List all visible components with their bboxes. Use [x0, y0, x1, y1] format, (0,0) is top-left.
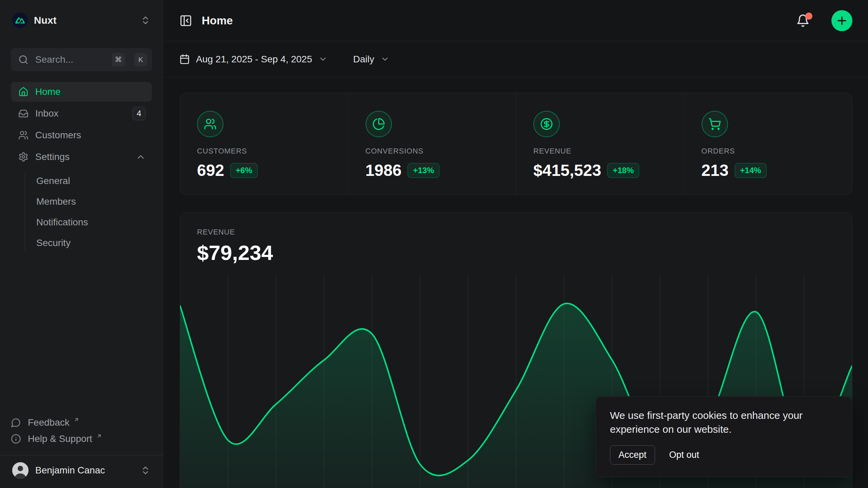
stat-customers: CUSTOMERS 692 +6% — [180, 93, 348, 195]
stat-value: 692 — [197, 161, 224, 180]
stat-orders: ORDERS 213 +14% — [684, 93, 852, 195]
page-header: Home — [163, 0, 868, 41]
add-button[interactable] — [831, 10, 852, 31]
sidebar-item-label: Home — [35, 86, 146, 97]
sidebar-item-settings[interactable]: Settings — [11, 147, 152, 167]
chevron-down-icon — [380, 55, 390, 64]
search-icon — [18, 55, 28, 65]
stat-conversions: CONVERSIONS 1986 +13% — [348, 93, 516, 195]
sidebar-subitem-members[interactable]: Members — [36, 192, 152, 211]
chevrons-up-down-icon — [140, 465, 151, 475]
plus-icon — [836, 15, 848, 27]
message-circle-icon — [11, 418, 21, 428]
gear-icon — [18, 152, 28, 162]
filter-toolbar: Aug 21, 2025 - Sep 4, 2025 Daily — [163, 41, 868, 77]
stat-delta-badge: +6% — [230, 163, 258, 178]
date-range-picker[interactable]: Aug 21, 2025 - Sep 4, 2025 — [179, 54, 328, 65]
granularity-value: Daily — [353, 54, 374, 65]
stat-label: CONVERSIONS — [366, 147, 516, 156]
notifications-button[interactable] — [796, 13, 811, 28]
search-bar[interactable]: ⌘ K — [11, 48, 152, 71]
external-link-icon — [96, 433, 102, 439]
revenue-chart-header: REVENUE $79,234 — [180, 213, 852, 265]
feedback-link[interactable]: Feedback — [11, 414, 152, 431]
feedback-label: Feedback — [28, 417, 70, 428]
sidebar-nav: Home Inbox 4 Customers Settings General … — [11, 82, 152, 252]
revenue-chart-label: REVENUE — [197, 228, 852, 237]
sidebar-item-label: Settings — [35, 151, 129, 162]
stat-label: REVENUE — [533, 147, 684, 156]
nuxt-logo-icon — [12, 13, 28, 28]
sidebar-item-home[interactable]: Home — [11, 82, 152, 102]
user-menu[interactable]: Benjamin Canac — [11, 461, 152, 480]
search-input[interactable] — [35, 54, 105, 65]
inbox-icon — [18, 108, 28, 119]
stat-delta-badge: +14% — [735, 163, 767, 178]
inbox-count-badge: 4 — [132, 107, 146, 120]
external-link-icon — [74, 417, 79, 423]
workspace-selector[interactable]: Nuxt — [11, 12, 152, 28]
chevron-down-icon — [318, 55, 328, 64]
help-support-label: Help & Support — [28, 433, 92, 444]
sidebar-subitem-notifications[interactable]: Notifications — [36, 213, 152, 232]
chevron-up-icon — [136, 152, 146, 162]
users-icon — [18, 130, 28, 140]
sidebar-spacer — [11, 252, 152, 414]
stats-row: CUSTOMERS 692 +6% CONVERSIONS 1986 +13% — [180, 93, 852, 195]
workspace-name: Nuxt — [34, 15, 134, 26]
opt-out-button[interactable]: Opt out — [669, 446, 699, 464]
cookie-actions: Accept Opt out — [610, 445, 838, 465]
sidebar-item-customers[interactable]: Customers — [11, 125, 152, 145]
stat-label: CUSTOMERS — [197, 147, 348, 156]
granularity-select[interactable]: Daily — [353, 54, 390, 65]
cookie-message: We use first-party cookies to enhance yo… — [610, 409, 829, 436]
accept-button[interactable]: Accept — [610, 445, 655, 465]
stat-value: $415,523 — [533, 161, 601, 180]
stat-value: 213 — [702, 161, 729, 180]
collapse-sidebar-button[interactable] — [179, 14, 194, 28]
cookie-banner: We use first-party cookies to enhance yo… — [595, 396, 852, 477]
user-name: Benjamin Canac — [35, 465, 134, 476]
kbd-cmd: ⌘ — [112, 53, 125, 66]
stat-label: ORDERS — [702, 147, 852, 156]
stat-delta-badge: +13% — [408, 163, 439, 178]
home-icon — [18, 87, 28, 97]
stat-value: 1986 — [366, 161, 402, 180]
info-circle-icon — [11, 434, 21, 444]
sidebar-item-label: Inbox — [35, 108, 125, 119]
settings-subnav: General Members Notifications Security — [25, 171, 152, 252]
sidebar-item-label: Customers — [35, 130, 146, 141]
panel-left-close-icon — [179, 14, 192, 27]
sidebar: Nuxt ⌘ K Home Inbox 4 Customers Settings… — [0, 0, 163, 488]
sidebar-divider — [0, 455, 163, 455]
help-support-link[interactable]: Help & Support — [11, 431, 152, 447]
chevrons-up-down-icon — [140, 15, 151, 25]
kbd-k: K — [134, 53, 147, 66]
sidebar-subitem-security[interactable]: Security — [36, 233, 152, 252]
page-title: Home — [202, 14, 233, 27]
circle-dollar-icon — [533, 111, 560, 137]
notification-dot — [805, 13, 812, 20]
calendar-icon — [179, 54, 190, 64]
sidebar-subitem-general[interactable]: General — [36, 171, 152, 190]
users-icon — [197, 111, 223, 137]
revenue-chart-total: $79,234 — [197, 241, 852, 265]
sidebar-item-inbox[interactable]: Inbox 4 — [11, 104, 152, 123]
shopping-cart-icon — [702, 111, 728, 137]
stat-revenue: REVENUE $415,523 +18% — [516, 93, 684, 195]
avatar — [12, 462, 28, 479]
date-range-value: Aug 21, 2025 - Sep 4, 2025 — [196, 54, 312, 65]
stat-delta-badge: +18% — [607, 163, 639, 178]
pie-chart-icon — [366, 111, 392, 137]
